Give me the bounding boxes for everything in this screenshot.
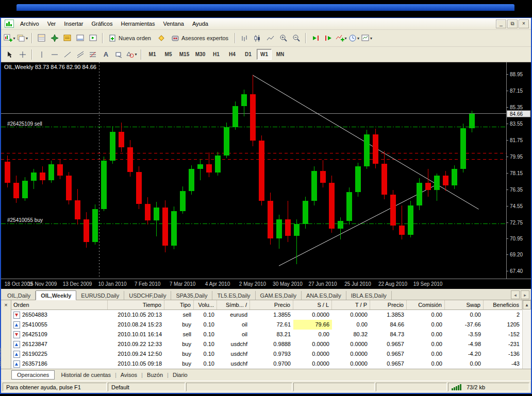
column-header-comision[interactable]: Comisión xyxy=(407,300,445,309)
profiles-button[interactable]: ▾ xyxy=(16,32,29,44)
menu-ver[interactable]: Ver xyxy=(43,19,60,28)
strategy-tester-button[interactable] xyxy=(87,32,99,44)
column-header-sl[interactable]: S / L xyxy=(293,300,332,309)
fibonacci-button[interactable] xyxy=(87,48,99,61)
column-header-swap[interactable]: Swap xyxy=(445,300,484,309)
new-chart-button[interactable]: ▾ xyxy=(3,32,16,44)
zoom-out-button[interactable] xyxy=(290,32,303,44)
zoom-in-button[interactable] xyxy=(277,32,290,44)
channel-button[interactable] xyxy=(74,48,87,61)
menu-herramientas[interactable]: Herramientas xyxy=(117,19,159,28)
cursor-button[interactable] xyxy=(3,48,16,61)
chart-tab-ANA.ES,Daily[interactable]: ANA.ES,Daily xyxy=(302,291,346,300)
svg-text:83.55: 83.55 xyxy=(510,121,523,127)
indicators-button[interactable]: ▾ xyxy=(335,32,347,44)
chart-tab-OIL,Daily[interactable]: OIL,Daily xyxy=(3,291,36,300)
templates-button[interactable]: ▾ xyxy=(360,32,373,44)
metaeditor-button[interactable] xyxy=(155,32,168,44)
timeframe-d1[interactable]: D1 xyxy=(241,49,256,60)
column-header-simb[interactable]: Símb... / xyxy=(217,300,250,309)
table-row[interactable]: 261238472010.09.22 12:33buy0.10usdchf0.9… xyxy=(11,339,522,349)
menu-insertar[interactable]: Insertar xyxy=(60,19,87,28)
chart-tab-SPA35,Daily[interactable]: SPA35,Daily xyxy=(171,291,212,300)
line-chart-button[interactable] xyxy=(264,32,277,44)
tab-scroll-right-icon[interactable]: ▸ xyxy=(521,290,529,299)
terminal-tab-bar: OperacionesHistorial de cuentas|Avisos|B… xyxy=(1,369,531,381)
horizontal-line-button[interactable] xyxy=(48,48,61,61)
column-header-orden[interactable]: Orden xyxy=(11,300,108,309)
bar-chart-button[interactable] xyxy=(238,32,251,44)
auto-scroll-button[interactable] xyxy=(309,32,322,44)
table-row[interactable]: 265048832010.10.05 20:13sell0.10eurusd1.… xyxy=(11,310,522,320)
chart-area[interactable]: #26425109 sell#25410055 buy88.9587.1585.… xyxy=(1,62,531,289)
terminal-tab-operaciones[interactable]: Operaciones xyxy=(11,370,55,380)
vertical-line-button[interactable] xyxy=(35,48,48,61)
chart-tab-EURUSD,Daily[interactable]: EURUSD,Daily xyxy=(76,291,124,300)
column-header-precio[interactable]: Precio xyxy=(250,300,293,309)
terminal-tab-buzón[interactable]: Buzón xyxy=(143,371,167,379)
timeframe-m5[interactable]: M5 xyxy=(161,49,176,60)
svg-text:67.40: 67.40 xyxy=(510,268,523,274)
timeframe-h4[interactable]: H4 xyxy=(225,49,240,60)
minimize-button[interactable]: _ xyxy=(496,20,506,28)
text-label-button[interactable] xyxy=(112,48,125,61)
timeframe-w1[interactable]: W1 xyxy=(257,49,272,60)
restore-button[interactable]: ⧉ xyxy=(507,20,518,28)
chart-tab-TL5.ES,Daily[interactable]: TL5.ES,Daily xyxy=(212,291,255,300)
crosshair-button[interactable] xyxy=(16,48,29,61)
chart-shift-button[interactable] xyxy=(322,32,335,44)
table-row[interactable]: 264251092010.10.01 16:14sell0.10oil83.21… xyxy=(11,330,522,339)
column-header-tipo[interactable]: Tipo xyxy=(164,300,194,309)
column-header-vol[interactable]: Volu... xyxy=(194,300,217,309)
table-row[interactable]: 261902252010.09.24 12:50buy0.10usdchf0.9… xyxy=(11,349,522,359)
timeframe-m15[interactable]: M15 xyxy=(177,49,192,60)
terminal-tab-historial-de-cuentas[interactable]: Historial de cuentas xyxy=(57,371,115,379)
cell-tiempo: 2010.10.05 09:18 xyxy=(108,359,164,369)
shapes-button[interactable]: ▾ xyxy=(125,48,138,61)
orders-table-header[interactable]: OrdenTiempoTipoVolu...Símb... /PrecioS /… xyxy=(11,300,522,310)
data-window-button[interactable] xyxy=(61,32,74,44)
close-button[interactable]: × xyxy=(519,20,529,28)
cell-sl: 79.66 xyxy=(293,320,332,330)
chart-tab-GAM.ES,Daily[interactable]: GAM.ES,Daily xyxy=(256,291,302,300)
chart-tab-OIL,Weekly[interactable]: OIL,Weekly xyxy=(36,290,76,300)
scroll-up-icon[interactable]: ▲ xyxy=(523,300,531,309)
text-button[interactable]: A xyxy=(99,48,112,61)
vertical-scrollbar[interactable]: ▲ xyxy=(522,300,531,369)
terminal-panel-button[interactable] xyxy=(74,32,87,44)
menu-ayuda[interactable]: Ayuda xyxy=(188,19,212,28)
column-header-tp[interactable]: T / P xyxy=(332,300,370,309)
menu-gráficos[interactable]: Gráficos xyxy=(88,19,117,28)
timeframe-h1[interactable]: H1 xyxy=(209,49,224,60)
status-profile[interactable]: Default xyxy=(108,383,185,391)
terminal-close-icon[interactable]: × xyxy=(1,300,11,309)
trendline-button[interactable] xyxy=(61,48,74,61)
chart-tab-USDCHF,Daily[interactable]: USDCHF,Daily xyxy=(124,291,171,300)
cell-comision: 0.00 xyxy=(407,359,445,369)
table-row[interactable]: 263571862010.10.05 09:18buy0.10usdchf0.9… xyxy=(11,359,522,369)
menu-ventana[interactable]: Ventana xyxy=(159,19,188,28)
svg-text:#26425109 sell: #26425109 sell xyxy=(7,121,42,127)
templates-icon xyxy=(361,34,370,42)
candlestick-chart-button[interactable] xyxy=(251,32,264,44)
terminal-tab-avisos[interactable]: Avisos xyxy=(117,371,141,379)
expert-advisors-button[interactable]: Asesores expertos xyxy=(168,32,232,44)
column-header-tiempo[interactable]: Tiempo xyxy=(108,300,164,309)
cell-sl: 0.00 xyxy=(293,330,332,339)
market-watch-button[interactable] xyxy=(35,32,48,44)
table-row[interactable]: 254100552010.08.24 15:23buy0.10oil72.617… xyxy=(11,320,522,330)
column-header-beneficios[interactable]: Beneficios xyxy=(484,300,522,309)
menu-items: ArchivoVerInsertarGráficosHerramientasVe… xyxy=(16,19,212,28)
navigator-button[interactable] xyxy=(48,32,61,44)
terminal-tab-diario[interactable]: Diario xyxy=(169,371,192,379)
timeframe-m30[interactable]: M30 xyxy=(193,49,208,60)
cell-beneficios: -231 xyxy=(484,339,522,349)
timeframe-mn[interactable]: MN xyxy=(273,49,288,60)
chart-tab-IBLA.ES,Daily[interactable]: IBLA.ES,Daily xyxy=(346,291,392,300)
column-header-precio2[interactable]: Precio xyxy=(370,300,407,309)
menu-archivo[interactable]: Archivo xyxy=(16,19,43,28)
new-order-button[interactable]: Nueva orden xyxy=(106,32,155,44)
tab-scroll-left-icon[interactable]: ◂ xyxy=(511,290,520,299)
timeframe-m1[interactable]: M1 xyxy=(145,49,160,60)
periods-button[interactable]: ▾ xyxy=(347,32,360,44)
